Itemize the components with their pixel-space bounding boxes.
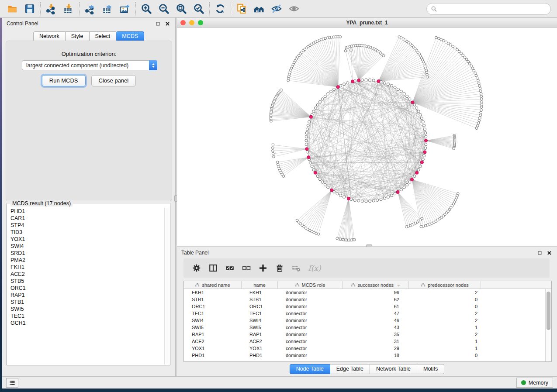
network-leaf-node[interactable] (476, 77, 478, 79)
table-row[interactable]: PHD1PHD1dominator180 (184, 352, 545, 359)
network-node[interactable] (408, 98, 411, 100)
network-leaf-node[interactable] (296, 219, 298, 222)
network-node[interactable] (422, 120, 424, 123)
network-node[interactable] (312, 168, 315, 171)
network-node[interactable] (332, 88, 335, 91)
network-node[interactable] (343, 196, 345, 198)
zoom-selected-icon[interactable] (190, 1, 208, 16)
zoom-fit-icon[interactable] (173, 1, 190, 16)
network-leaf-node[interactable] (437, 37, 440, 40)
network-node[interactable] (318, 100, 321, 103)
network-leaf-node[interactable] (474, 72, 477, 75)
mcds-result-item[interactable]: CAR1 (7, 215, 164, 222)
network-node[interactable] (305, 143, 308, 146)
network-node[interactable] (327, 93, 329, 95)
mcds-hub-node[interactable] (424, 139, 427, 142)
network-leaf-node[interactable] (480, 109, 483, 111)
mcds-hub-node[interactable] (351, 80, 354, 83)
network-node[interactable] (425, 143, 427, 146)
mcds-result-scrollbar[interactable] (164, 208, 170, 364)
network-node[interactable] (307, 124, 309, 127)
network-leaf-node[interactable] (480, 103, 483, 106)
network-node[interactable] (413, 175, 416, 178)
table-row[interactable]: STB1STB1dominator620 (184, 296, 545, 303)
network-node[interactable] (380, 198, 382, 201)
network-leaf-node[interactable] (344, 50, 347, 52)
table-row[interactable]: SWI4SWI4dominator462 (184, 317, 545, 324)
network-node[interactable] (422, 158, 424, 161)
network-node[interactable] (329, 90, 332, 93)
network-leaf-node[interactable] (280, 89, 283, 91)
table-row[interactable]: FKH1FKH1dominator962 (184, 289, 545, 296)
refresh-icon[interactable] (211, 1, 229, 16)
network-node[interactable] (324, 95, 326, 98)
network-leaf-node[interactable] (336, 237, 339, 240)
network-leaf-node[interactable] (473, 69, 475, 72)
network-node[interactable] (314, 107, 317, 109)
network-node[interactable] (321, 181, 324, 183)
network-leaf-node[interactable] (339, 35, 342, 38)
table-scrollbar-thumb[interactable] (547, 292, 550, 330)
network-node[interactable] (400, 188, 402, 191)
run-mcds-button[interactable]: Run MCDS (42, 75, 86, 86)
network-node[interactable] (361, 200, 363, 203)
table-row[interactable]: SWI5SWI5connector431 (184, 324, 545, 331)
network-node[interactable] (369, 200, 371, 203)
network-leaf-node[interactable] (470, 65, 473, 67)
network-leaf-node[interactable] (272, 152, 274, 155)
network-leaf-node[interactable] (453, 147, 455, 150)
mcds-hub-node[interactable] (309, 115, 312, 118)
mcds-result-item[interactable]: YOX1 (7, 236, 164, 243)
network-leaf-node[interactable] (480, 98, 483, 100)
network-node[interactable] (397, 88, 399, 91)
mcds-hub-node[interactable] (307, 156, 310, 159)
mcds-result-item[interactable]: SWI4 (7, 243, 164, 250)
network-leaf-node[interactable] (475, 74, 477, 77)
network-canvas[interactable] (177, 28, 557, 246)
mcds-result-item[interactable]: ORC1 (7, 285, 164, 292)
table-row[interactable]: TEC1TEC1connector472 (184, 310, 545, 317)
network-node[interactable] (387, 196, 389, 198)
mcds-result-item[interactable]: RAP1 (7, 292, 164, 299)
network-leaf-node[interactable] (479, 87, 481, 90)
network-leaf-node[interactable] (480, 93, 482, 95)
network-leaf-node[interactable] (480, 106, 483, 109)
mcds-result-item[interactable]: TID3 (7, 229, 164, 236)
mcds-hub-node[interactable] (410, 178, 413, 181)
network-node[interactable] (408, 181, 411, 183)
network-node[interactable] (365, 200, 367, 203)
network-node[interactable] (417, 168, 420, 171)
criterion-select[interactable]: largest connected component (undirected) (22, 60, 157, 70)
network-leaf-node[interactable] (276, 161, 279, 164)
network-leaf-node[interactable] (479, 90, 482, 93)
network-node[interactable] (305, 139, 308, 142)
network-node[interactable] (369, 79, 371, 81)
network-leaf-node[interactable] (443, 40, 445, 42)
network-leaf-node[interactable] (405, 226, 408, 228)
network-leaf-node[interactable] (435, 36, 438, 39)
network-leaf-node[interactable] (382, 55, 385, 57)
network-node[interactable] (357, 199, 360, 202)
zoom-in-icon[interactable] (138, 1, 155, 16)
network-node[interactable] (365, 79, 367, 81)
network-leaf-node[interactable] (476, 124, 479, 127)
network-leaf-node[interactable] (272, 150, 274, 152)
delete-table-icon[interactable] (289, 261, 303, 275)
show-all-icon[interactable] (285, 1, 303, 16)
network-leaf-node[interactable] (475, 127, 478, 130)
tab-node-table[interactable]: Node Table (290, 364, 330, 374)
network-leaf-node[interactable] (447, 42, 450, 45)
network-leaf-node[interactable] (271, 147, 274, 149)
first-neighbors-icon[interactable] (250, 1, 268, 16)
network-leaf-node[interactable] (477, 122, 480, 124)
network-node[interactable] (423, 154, 426, 157)
network-node[interactable] (318, 178, 321, 181)
network-node[interactable] (390, 84, 393, 87)
import-table-icon[interactable] (60, 1, 77, 16)
network-node[interactable] (406, 183, 408, 186)
network-node[interactable] (327, 186, 329, 189)
table-row[interactable]: ACE2ACE2connector311 (184, 338, 545, 345)
copy-style-icon[interactable] (233, 1, 250, 16)
network-node[interactable] (394, 86, 396, 89)
delete-row-icon[interactable] (273, 261, 287, 275)
